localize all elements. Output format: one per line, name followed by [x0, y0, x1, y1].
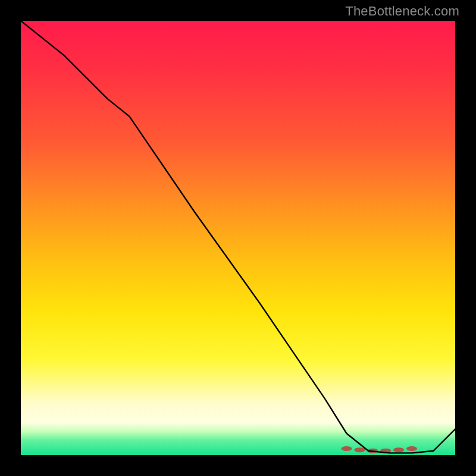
- chart-svg: [21, 21, 455, 455]
- chart-marker: [354, 447, 365, 452]
- chart-marker: [406, 446, 417, 451]
- plot-area: [21, 21, 455, 455]
- chart-marker: [342, 446, 352, 451]
- chart-stage: TheBottleneck.com: [0, 0, 476, 476]
- watermark-text: TheBottleneck.com: [345, 4, 459, 19]
- chart-marker: [393, 447, 404, 452]
- chart-line: [21, 21, 455, 453]
